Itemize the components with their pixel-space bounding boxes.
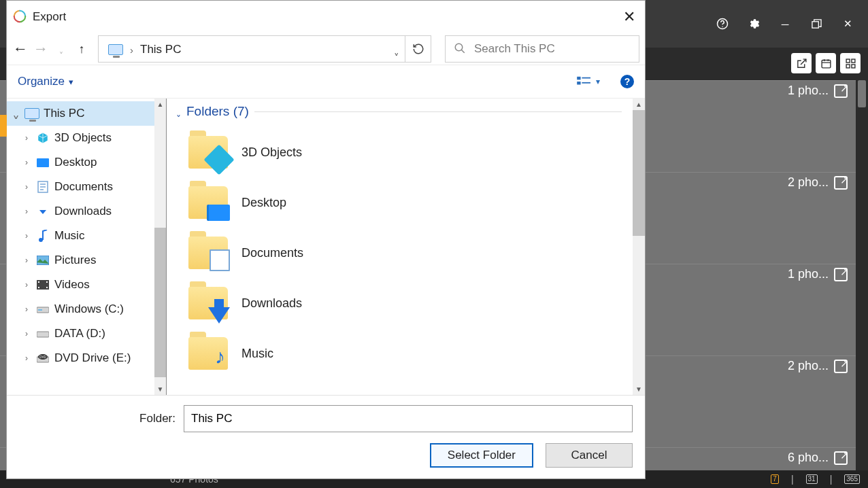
calendar-icon[interactable] [816, 53, 836, 73]
svg-rect-12 [582, 82, 590, 84]
chevron-down-icon[interactable]: ˬ [394, 43, 399, 56]
tree-item-this-pc[interactable]: This PC [7, 101, 154, 126]
folder-item-3d-objects[interactable]: 3D Objects [188, 127, 622, 177]
svg-rect-4 [846, 59, 850, 63]
scroll-down-icon[interactable]: ▼ [154, 383, 166, 395]
folder-item-documents[interactable]: Documents [188, 228, 622, 278]
section-title: Folders (7) [186, 104, 249, 119]
scroll-down-icon[interactable]: ▼ [633, 383, 645, 395]
documents-icon [35, 181, 50, 193]
minimize-icon[interactable]: ─ [778, 17, 792, 31]
tree-item-dvd-e[interactable]: DVD DVD Drive (E:) [7, 346, 154, 370]
navigation-tree[interactable]: This PC 3D Objects Desktop Documents [7, 99, 154, 395]
tree-item-data-d[interactable]: DATA (D:) [7, 321, 154, 346]
nav-forward-button[interactable]: → [33, 41, 49, 57]
gear-icon[interactable] [747, 17, 761, 31]
svg-rect-9 [577, 77, 580, 80]
refresh-button[interactable] [405, 36, 431, 62]
tree-item-3d-objects[interactable]: 3D Objects [7, 126, 154, 150]
expand-toggle-icon[interactable] [22, 231, 31, 241]
grid-icon[interactable] [840, 53, 861, 73]
chevron-down-icon: ▾ [596, 77, 600, 86]
expand-toggle-icon[interactable] [22, 133, 31, 143]
maximize-icon[interactable] [809, 17, 823, 31]
tree-item-label: Windows (C:) [54, 302, 124, 316]
folder-item-music[interactable]: ♪ Music [188, 328, 622, 379]
expand-toggle-icon[interactable] [22, 182, 31, 192]
svg-rect-15 [37, 256, 49, 265]
help-icon[interactable] [716, 17, 729, 31]
svg-rect-11 [582, 77, 590, 79]
expand-toggle-icon[interactable] [22, 329, 31, 338]
open-external-icon [834, 176, 848, 190]
photo-count-badge[interactable]: 1 pho... [788, 84, 848, 98]
svg-rect-18 [38, 287, 39, 288]
this-pc-icon [24, 108, 39, 119]
cancel-button[interactable]: Cancel [546, 443, 633, 468]
breadcrumb-root[interactable]: This PC [140, 43, 181, 56]
folders-section-header[interactable]: ˬ Folders (7) [176, 104, 622, 119]
expand-toggle-icon[interactable] [22, 158, 31, 167]
svg-rect-7 [851, 64, 854, 67]
chevron-right-icon[interactable]: › [130, 44, 133, 56]
dialog-help-button[interactable]: ? [620, 75, 634, 88]
select-folder-button[interactable]: Select Folder [430, 443, 533, 468]
scrollbar-thumb[interactable] [858, 80, 866, 107]
open-external-icon[interactable] [791, 53, 812, 73]
organize-menu[interactable]: Organize ▾ [18, 75, 73, 88]
view-week-icon[interactable]: 7 [771, 474, 779, 484]
search-box[interactable] [445, 35, 639, 63]
file-scrollbar[interactable]: ▲ ▼ [633, 99, 645, 395]
view-mode-menu[interactable]: ▾ [577, 75, 600, 88]
tree-item-music[interactable]: Music [7, 224, 154, 248]
scrollbar-thumb[interactable] [154, 228, 166, 377]
photo-count-badge[interactable]: 2 pho... [788, 175, 848, 190]
breadcrumb-content[interactable]: › This PC ˬ [103, 36, 405, 63]
view-year-icon[interactable]: 365 [844, 474, 860, 484]
svg-rect-22 [38, 309, 42, 311]
expand-toggle-icon[interactable] [22, 304, 31, 314]
photo-scrollbar[interactable] [856, 80, 868, 470]
expand-toggle-icon[interactable] [22, 353, 31, 363]
nav-up-button[interactable]: ↑ [73, 41, 90, 57]
photo-count-badge[interactable]: 2 pho... [788, 359, 848, 373]
tree-item-downloads[interactable]: Downloads [7, 199, 154, 224]
view-month-icon[interactable]: 31 [806, 474, 818, 484]
expand-toggle-icon[interactable] [22, 256, 31, 265]
svg-text:DVD: DVD [39, 355, 46, 359]
folder-icon [188, 136, 228, 169]
scroll-up-icon[interactable]: ▲ [633, 99, 645, 110]
tree-item-desktop[interactable]: Desktop [7, 150, 154, 175]
tree-item-windows-c[interactable]: Windows (C:) [7, 297, 154, 321]
open-external-icon [834, 268, 848, 281]
folder-icon [188, 287, 228, 319]
folder-item-downloads[interactable]: Downloads [188, 278, 622, 328]
tree-item-videos[interactable]: Videos [7, 273, 154, 297]
close-button[interactable]: ✕ [614, 1, 645, 33]
tree-item-documents[interactable]: Documents [7, 175, 154, 199]
tree-scrollbar[interactable]: ▲ ▼ [154, 99, 166, 395]
svg-rect-5 [851, 59, 854, 63]
close-icon[interactable]: ✕ [841, 17, 854, 31]
chevron-down-icon[interactable]: ˬ [176, 106, 181, 117]
photo-count-badge[interactable]: 6 pho... [788, 451, 848, 465]
chevron-down-icon: ▾ [69, 77, 73, 87]
search-input[interactable] [474, 42, 631, 56]
tree-item-label: Documents [54, 180, 113, 194]
expand-toggle-icon[interactable] [22, 207, 31, 216]
scrollbar-thumb[interactable] [633, 110, 645, 236]
tree-item-pictures[interactable]: Pictures [7, 248, 154, 273]
nav-history-dropdown[interactable]: ˬ [53, 41, 69, 57]
open-external-icon [834, 84, 848, 98]
nav-back-button[interactable]: ← [12, 41, 29, 57]
scroll-up-icon[interactable]: ▲ [154, 99, 166, 110]
photo-count-badge[interactable]: 1 pho... [788, 267, 848, 281]
expand-toggle-icon[interactable] [22, 280, 31, 290]
folder-list[interactable]: ˬ Folders (7) 3D Objects Desktop Documen… [167, 99, 633, 395]
photo-count-label: 2 pho... [788, 175, 829, 190]
organize-label: Organize [18, 75, 65, 88]
breadcrumb-bar[interactable]: › This PC ˬ [98, 35, 431, 63]
folder-name-input[interactable] [184, 405, 633, 432]
expand-toggle-icon[interactable] [11, 105, 20, 122]
folder-item-desktop[interactable]: Desktop [188, 177, 622, 228]
